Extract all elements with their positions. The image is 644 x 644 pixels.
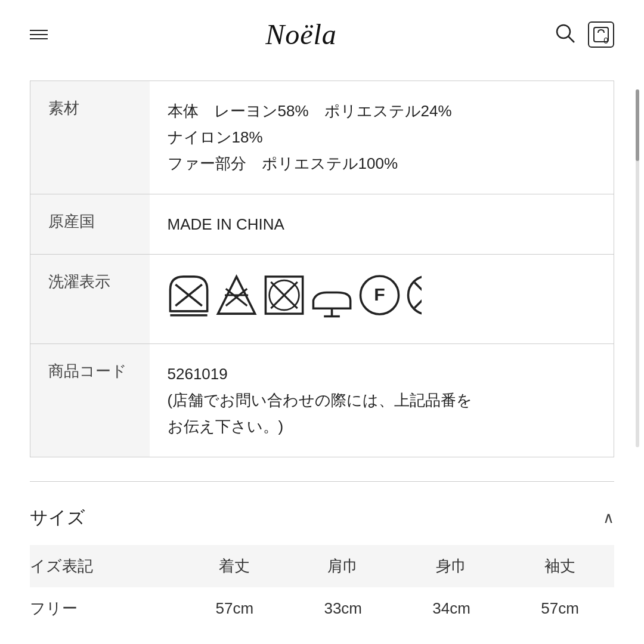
size-width: 34cm [397,587,506,630]
size-section: サイズ ∧ イズ表記 着丈 肩巾 身巾 袖丈 フリー 57cm 33cm 34c… [30,500,614,630]
size-shoulder: 33cm [289,587,397,630]
laundry-symbols-svg: F [168,271,422,319]
site-logo[interactable]: Noëla [265,18,337,51]
label-product-code: 商品コード [30,343,150,457]
value-product-code: 5261019 (店舗でお問い合わせの際には、上記品番を お伝え下さい。) [150,343,614,457]
size-col-header-shoulder: 肩巾 [289,545,397,587]
label-laundry: 洗濯表示 [30,254,150,343]
size-label: フリー [30,587,180,630]
hamburger-line-1 [30,30,48,31]
hamburger-line-3 [30,38,48,39]
size-table-row: フリー 57cm 33cm 34cm 57cm [30,587,614,630]
svg-point-0 [557,25,570,38]
header: Noëla 0 [0,0,644,69]
size-col-header-label: イズ表記 [30,545,180,587]
main-content: 素材 本体 レーヨン58% ポリエステル24% ナイロン18% ファー部分 ポリ… [0,69,644,630]
value-material: 本体 レーヨン58% ポリエステル24% ナイロン18% ファー部分 ポリエステ… [150,81,614,194]
size-section-title: サイズ [30,506,85,530]
label-material: 素材 [30,81,150,194]
svg-point-19 [408,276,422,314]
size-sleeve: 57cm [506,587,614,630]
size-col-header-sleeve: 袖丈 [506,545,614,587]
size-section-header[interactable]: サイズ ∧ [30,500,614,545]
size-table-header-row: イズ表記 着丈 肩巾 身巾 袖丈 [30,545,614,587]
scrollbar[interactable] [636,89,639,447]
cart-button[interactable]: 0 [588,21,614,48]
size-col-header-width: 身巾 [397,545,506,587]
table-row-material: 素材 本体 レーヨン58% ポリエステル24% ナイロン18% ファー部分 ポリ… [30,81,614,194]
menu-button[interactable] [30,30,48,39]
svg-line-1 [569,36,575,42]
size-col-header-length: 着丈 [180,545,289,587]
chevron-up-icon[interactable]: ∧ [603,509,614,527]
label-origin: 原産国 [30,194,150,254]
product-detail-table: 素材 本体 レーヨン58% ポリエステル24% ナイロン18% ファー部分 ポリ… [30,80,614,457]
search-button[interactable] [555,23,576,47]
section-divider [30,481,614,482]
cart-count: 0 [603,36,608,45]
table-row-origin: 原産国 MADE IN CHINA [30,194,614,254]
scrollbar-thumb[interactable] [636,89,639,161]
header-actions: 0 [555,21,614,48]
table-row-product-code: 商品コード 5261019 (店舗でお問い合わせの際には、上記品番を お伝え下さ… [30,343,614,457]
hamburger-line-2 [30,34,48,35]
size-table: イズ表記 着丈 肩巾 身巾 袖丈 フリー 57cm 33cm 34cm 57cm [30,545,614,630]
value-laundry: F [150,254,614,343]
size-length: 57cm [180,587,289,630]
svg-text:F: F [374,284,385,304]
table-row-laundry: 洗濯表示 [30,254,614,343]
value-origin: MADE IN CHINA [150,194,614,254]
